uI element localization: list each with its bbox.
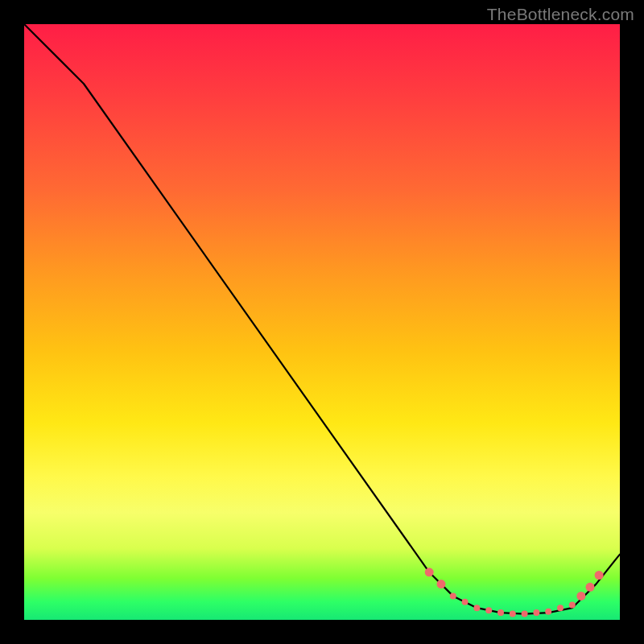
marker-dot <box>533 609 539 616</box>
chart-frame: TheBottleneck.com <box>0 0 644 644</box>
marker-dot <box>485 607 492 613</box>
marker-dot <box>576 592 585 601</box>
marker-dot <box>437 580 446 588</box>
marker-dot <box>425 568 434 576</box>
marker-dot <box>545 609 551 615</box>
optimal-range-markers <box>425 568 604 617</box>
marker-dot <box>462 599 469 605</box>
marker-dot <box>569 602 576 609</box>
curve-svg <box>24 24 620 620</box>
plot-area <box>24 24 620 620</box>
bottleneck-curve-path <box>24 24 620 614</box>
marker-dot <box>595 571 604 580</box>
marker-dot <box>557 605 564 611</box>
marker-dot <box>510 611 516 617</box>
marker-dot <box>586 583 595 592</box>
marker-dot <box>497 609 504 616</box>
marker-dot <box>522 611 528 617</box>
marker-dot <box>450 592 456 599</box>
watermark-text: TheBottleneck.com <box>487 5 634 24</box>
marker-dot <box>473 605 480 611</box>
